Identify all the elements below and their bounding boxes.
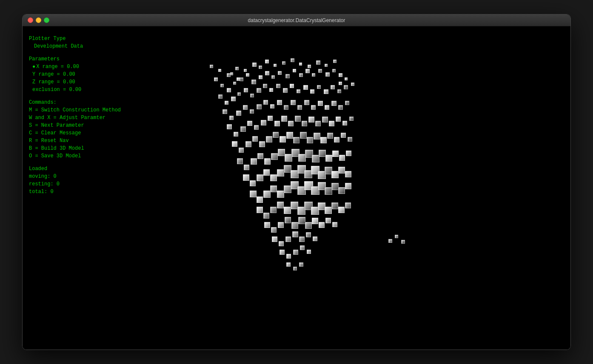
- crystal-cube: [278, 222, 284, 228]
- crystal-cube: [257, 88, 261, 93]
- crystal-cube: [319, 150, 326, 157]
- content-area: Plotter Type Development Data Parameters…: [23, 26, 570, 350]
- crystal-cube: [345, 101, 349, 105]
- maximize-button[interactable]: [44, 17, 49, 23]
- crystal-cube: [401, 240, 405, 244]
- crystal-cube: [263, 213, 269, 219]
- crystal-cube: [299, 73, 303, 77]
- commands-section: Commands: M = Switch Construction Method…: [29, 99, 144, 160]
- crystal-cube: [284, 207, 291, 214]
- close-button[interactable]: [28, 17, 33, 23]
- crystal-cube: [232, 141, 237, 147]
- crystal-cube: [257, 153, 263, 159]
- crystal-cube: [252, 136, 258, 142]
- crystal-cube: [339, 73, 342, 77]
- crystal-cube: [243, 105, 248, 110]
- commands-label: Commands:: [29, 99, 144, 106]
- crystal-cube: [338, 167, 345, 173]
- crystal-cube: [281, 116, 287, 122]
- crystal-cube: [270, 185, 277, 192]
- crystal-cube: [296, 89, 300, 93]
- plotter-type-value: Development Data: [29, 43, 144, 50]
- crystal-cube: [305, 222, 312, 229]
- minimize-button[interactable]: [36, 17, 41, 23]
- crystal-cube: [307, 250, 311, 254]
- crystal-cube: [308, 117, 314, 122]
- crystal-cube: [263, 100, 268, 105]
- crystal-cube: [259, 141, 265, 147]
- param-x-value: X range = 0.00: [36, 63, 79, 71]
- crystal-cube: [331, 85, 335, 89]
- crystal-cube: [237, 77, 240, 81]
- crystal-cube: [283, 88, 288, 93]
- crystal-cube: [344, 85, 348, 89]
- crystal-cube: [264, 222, 270, 228]
- crystal-cube: [299, 236, 305, 242]
- crystal-cube: [261, 120, 266, 125]
- crystal-cube: [270, 104, 274, 108]
- crystal-cube: [317, 85, 321, 89]
- crystal-cube: [332, 69, 336, 72]
- status-section: Loaded moving: 0 resting: 0 total: 0: [29, 165, 144, 196]
- crystal-cube: [327, 133, 333, 139]
- cmd-c: C = Clear Message: [29, 129, 144, 137]
- crystal-cube: [331, 171, 339, 178]
- crystal-cube: [312, 73, 315, 77]
- crystal-cube: [331, 101, 336, 106]
- crystal-cube: [265, 71, 269, 75]
- crystal-cube: [237, 92, 241, 96]
- crystal-cube: [345, 183, 351, 189]
- crystal-cube: [322, 117, 328, 122]
- param-y: Y range = 0.00: [29, 71, 144, 78]
- crystal-cube: [334, 137, 339, 142]
- crystal-cube: [333, 60, 336, 63]
- crystal-cube: [324, 89, 328, 94]
- crystal-cube: [325, 105, 329, 110]
- crystal-cube: [306, 232, 311, 237]
- crystal-cube: [278, 71, 282, 75]
- crystal-visualization: [150, 26, 570, 350]
- status-resting: resting: 0: [29, 180, 144, 188]
- crystal-cube: [235, 67, 239, 70]
- crystal-cube: [263, 84, 267, 88]
- status-loaded: Loaded: [29, 165, 144, 173]
- param-x: ● X range = 0.00: [29, 63, 144, 71]
- crystal-cube: [270, 207, 277, 213]
- crystal-cube: [308, 65, 311, 68]
- cmd-r: R = Reset Nav: [29, 137, 144, 145]
- canvas-area: [150, 26, 570, 350]
- crystal-cube: [278, 149, 285, 156]
- crystal-cube: [252, 63, 257, 67]
- crystal-cube: [227, 88, 231, 92]
- crystal-cube: [254, 125, 259, 130]
- crystal-cube: [276, 84, 280, 88]
- crystal-cube: [342, 121, 347, 125]
- crystal-cube: [298, 217, 305, 224]
- cmd-wx: W and X = Adjust Paramter: [29, 114, 144, 122]
- crystal-cube: [273, 132, 279, 138]
- crystal-cube: [239, 77, 243, 81]
- crystal-cube: [285, 74, 290, 78]
- crystal-cube: [313, 236, 317, 241]
- crystal-cube: [331, 183, 339, 190]
- crystal-cube: [388, 239, 392, 243]
- main-window: datacrystalgenerator.DataCrystalGenerato…: [22, 14, 571, 350]
- crystal-cube: [247, 121, 252, 126]
- crystal-cube: [325, 218, 331, 223]
- crystal-cube: [293, 137, 299, 143]
- crystal-cube: [291, 100, 296, 105]
- crystal-cube: [293, 69, 296, 72]
- crystal-cube: [332, 222, 337, 227]
- crystal-cube: [251, 80, 256, 84]
- crystal-cube: [345, 77, 348, 80]
- crystal-cube: [319, 222, 325, 228]
- cmd-m: M = Switch Construction Method: [29, 106, 144, 114]
- crystal-cube: [293, 267, 297, 270]
- crystal-cube: [279, 136, 286, 142]
- crystal-cube: [244, 88, 248, 92]
- titlebar: datacrystalgenerator.DataCrystalGenerato…: [23, 14, 570, 26]
- crystal-cube: [245, 141, 251, 147]
- crystal-cube: [277, 169, 284, 176]
- crystal-cube: [271, 75, 275, 79]
- crystal-cube: [292, 231, 298, 237]
